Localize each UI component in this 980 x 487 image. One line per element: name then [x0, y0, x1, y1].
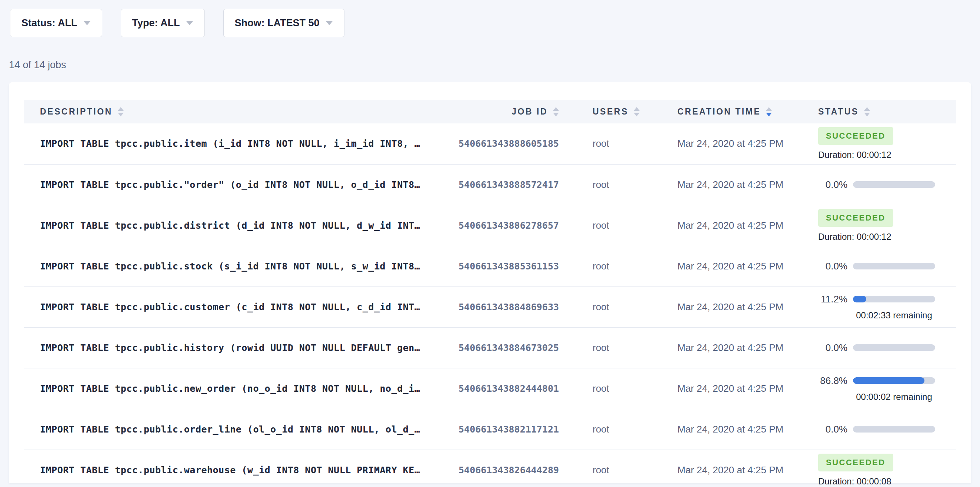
- column-label: JOB ID: [511, 107, 548, 117]
- job-id-link[interactable]: 540661343886278657: [458, 220, 559, 231]
- job-creation-time: Mar 24, 2020 at 4:25 PM: [678, 246, 818, 286]
- sort-arrows-icon: [864, 107, 870, 117]
- job-description: IMPORT TABLE tpcc.public.district (d_id …: [40, 220, 420, 231]
- table-row: IMPORT TABLE tpcc.public.item (i_id INT8…: [24, 123, 956, 164]
- table-row: IMPORT TABLE tpcc.public.customer (c_id …: [24, 286, 956, 327]
- table-row: IMPORT TABLE tpcc.public.new_order (no_o…: [24, 368, 956, 409]
- progress-bar: [853, 377, 935, 384]
- status-duration: Duration: 00:00:12: [818, 150, 956, 160]
- status-duration: Duration: 00:00:08: [818, 476, 956, 487]
- column-header-job-id[interactable]: JOB ID: [444, 100, 559, 123]
- jobs-table-card: DESCRIPTION JOB ID USERS: [9, 82, 971, 483]
- column-header-status[interactable]: STATUS: [818, 100, 956, 123]
- progress-percent: 0.0%: [818, 260, 847, 272]
- job-user: root: [559, 205, 678, 246]
- table-row: IMPORT TABLE tpcc.public.warehouse (w_id…: [24, 450, 956, 487]
- job-creation-time: Mar 24, 2020 at 4:25 PM: [678, 450, 818, 487]
- job-id-link[interactable]: 540661343885361153: [458, 261, 559, 271]
- status-duration: Duration: 00:00:12: [818, 232, 956, 242]
- table-row: IMPORT TABLE tpcc.public.stock (s_i_id I…: [24, 246, 956, 286]
- job-id-link[interactable]: 540661343882117121: [458, 424, 559, 435]
- job-user: root: [559, 450, 678, 487]
- job-creation-time: Mar 24, 2020 at 4:25 PM: [678, 327, 818, 368]
- job-status: SUCCEEDEDDuration: 00:00:12: [818, 209, 956, 242]
- table-row: IMPORT TABLE tpcc.public.history (rowid …: [24, 327, 956, 368]
- job-status: 0.0%: [818, 342, 956, 354]
- table-row: IMPORT TABLE tpcc.public."order" (o_id I…: [24, 164, 956, 205]
- column-header-users[interactable]: USERS: [559, 100, 678, 123]
- progress-percent: 0.0%: [818, 342, 847, 354]
- type-filter-dropdown[interactable]: Type: ALL: [121, 9, 205, 37]
- job-creation-time: Mar 24, 2020 at 4:25 PM: [678, 368, 818, 409]
- progress-bar-fill: [853, 296, 866, 302]
- progress-bar: [853, 296, 935, 302]
- job-description: IMPORT TABLE tpcc.public.warehouse (w_id…: [40, 465, 420, 476]
- progress-bar: [853, 344, 935, 351]
- show-filter-dropdown[interactable]: Show: LATEST 50: [223, 9, 344, 37]
- status-filter-dropdown[interactable]: Status: ALL: [10, 9, 102, 37]
- job-id-link[interactable]: 540661343826444289: [458, 465, 559, 476]
- progress-bar-fill: [853, 377, 924, 384]
- table-row: IMPORT TABLE tpcc.public.district (d_id …: [24, 205, 956, 246]
- job-status: 0.0%: [818, 424, 956, 435]
- sort-arrows-active-desc-icon: [766, 107, 772, 117]
- status-filter-label: Status: ALL: [21, 18, 77, 29]
- column-label: USERS: [593, 107, 628, 117]
- progress-bar: [853, 263, 935, 270]
- table-row: IMPORT TABLE tpcc.public.order_line (ol_…: [24, 409, 956, 450]
- type-filter-label: Type: ALL: [132, 18, 180, 29]
- column-header-creation-time[interactable]: CREATION TIME: [678, 100, 818, 123]
- chevron-down-icon: [326, 21, 333, 25]
- job-user: root: [559, 368, 678, 409]
- progress-percent: 86.8%: [818, 375, 847, 386]
- jobs-page: Status: ALL Type: ALL Show: LATEST 50 14…: [0, 0, 980, 483]
- sort-arrows-icon: [634, 107, 640, 117]
- sort-arrows-icon: [118, 107, 124, 117]
- show-filter-label: Show: LATEST 50: [235, 18, 320, 29]
- status-succeeded-badge: SUCCEEDED: [818, 453, 893, 471]
- column-label: CREATION TIME: [678, 107, 761, 117]
- job-description: IMPORT TABLE tpcc.public.stock (s_i_id I…: [40, 261, 420, 271]
- job-description: IMPORT TABLE tpcc.public."order" (o_id I…: [40, 179, 420, 190]
- progress-percent: 0.0%: [818, 179, 847, 190]
- column-header-description[interactable]: DESCRIPTION: [24, 100, 444, 123]
- job-status: SUCCEEDEDDuration: 00:00:12: [818, 127, 956, 160]
- status-succeeded-badge: SUCCEEDED: [818, 127, 893, 145]
- status-succeeded-badge: SUCCEEDED: [818, 209, 893, 227]
- job-id-link[interactable]: 540661343884869633: [458, 302, 559, 313]
- chevron-down-icon: [186, 21, 193, 25]
- table-header-row: DESCRIPTION JOB ID USERS: [24, 100, 956, 123]
- column-label: DESCRIPTION: [40, 107, 113, 117]
- job-id-link[interactable]: 540661343888605185: [458, 138, 559, 149]
- job-user: root: [559, 123, 678, 164]
- column-label: STATUS: [818, 107, 859, 117]
- job-user: root: [559, 286, 678, 327]
- job-user: root: [559, 409, 678, 450]
- job-id-link[interactable]: 540661343888572417: [458, 179, 559, 190]
- chevron-down-icon: [83, 21, 91, 25]
- progress-bar: [853, 426, 935, 433]
- time-remaining: 00:00:02 remaining: [853, 392, 935, 402]
- jobs-count-summary: 14 of 14 jobs: [9, 59, 971, 71]
- job-user: root: [559, 327, 678, 368]
- job-status: SUCCEEDEDDuration: 00:00:08: [818, 453, 956, 487]
- filters-bar: Status: ALL Type: ALL Show: LATEST 50: [9, 9, 971, 37]
- job-status: 0.0%: [818, 260, 956, 272]
- job-creation-time: Mar 24, 2020 at 4:25 PM: [678, 286, 818, 327]
- job-creation-time: Mar 24, 2020 at 4:25 PM: [678, 205, 818, 246]
- job-status: 86.8%00:00:02 remaining: [818, 375, 956, 402]
- job-user: root: [559, 164, 678, 205]
- progress-percent: 11.2%: [818, 294, 847, 305]
- job-creation-time: Mar 24, 2020 at 4:25 PM: [678, 409, 818, 450]
- jobs-table: DESCRIPTION JOB ID USERS: [24, 100, 956, 487]
- time-remaining: 00:02:33 remaining: [853, 310, 935, 321]
- progress-bar: [853, 181, 935, 188]
- job-description: IMPORT TABLE tpcc.public.order_line (ol_…: [40, 424, 420, 435]
- job-description: IMPORT TABLE tpcc.public.new_order (no_o…: [40, 383, 420, 394]
- job-status: 0.0%: [818, 179, 956, 190]
- job-id-link[interactable]: 540661343882444801: [458, 383, 559, 394]
- job-id-link[interactable]: 540661343884673025: [458, 342, 559, 353]
- job-status: 11.2%00:02:33 remaining: [818, 294, 956, 321]
- job-description: IMPORT TABLE tpcc.public.customer (c_id …: [40, 302, 420, 313]
- progress-percent: 0.0%: [818, 424, 847, 435]
